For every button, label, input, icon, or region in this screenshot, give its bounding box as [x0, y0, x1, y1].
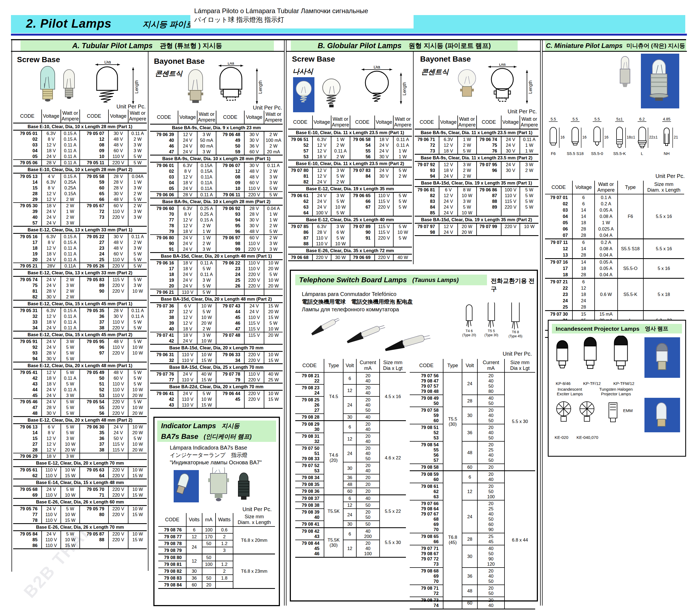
code-cell: 88 [477, 198, 501, 204]
code-cell: 82 [288, 179, 313, 185]
value-cell: 110 V [108, 257, 128, 263]
value-cell: 220 V [501, 204, 520, 210]
table-row: 79 06 516.3V1 W79 06 5818 V0.11 A [288, 136, 412, 142]
code-cell: 84 [350, 173, 375, 179]
value-cell: 220 V [108, 160, 128, 166]
bayonet-bulb-diagram: Dia Length [211, 62, 268, 108]
column-header: Watt or Ampere [520, 115, 538, 129]
value-cell: 6 [573, 279, 594, 285]
value-cell: 28 V [42, 288, 61, 294]
code-cell: 91 [350, 235, 375, 241]
a_bayonet-table-grid: CODEVoltageWatt or AmpereCODEVoltageWatt… [150, 111, 283, 409]
value-cell: 110 V [108, 393, 128, 399]
value-cell: 30 V [42, 294, 61, 300]
code-cell: 79 08 73 74 [410, 597, 443, 609]
value-cell: 30 V [501, 148, 520, 154]
column-header: Voltage [375, 115, 393, 129]
table-row: 7318 V5 W7630 V1 W [415, 148, 538, 154]
divider-b-c-2 [542, 39, 542, 606]
value-cell: 100 [202, 526, 216, 533]
value-cell: 6 [343, 495, 356, 502]
value-cell: 1 W [520, 148, 538, 154]
code-cell: 81 [288, 173, 313, 179]
value-cell: 12 V [178, 131, 197, 138]
value-cell: 0.15A [61, 191, 80, 197]
code-cell: 79 06 86 [477, 187, 501, 193]
column-header: Voltage [439, 115, 457, 129]
table-row: 79 05 7624 V5 W79 05 79220 V10 W [13, 506, 147, 512]
value-cell: 3 W [197, 277, 216, 283]
code-cell: 60 [80, 185, 108, 191]
value-cell: 0.08 A [595, 246, 618, 252]
value-cell: 110 V [108, 345, 128, 350]
table-row: 62110 V15 W64220 V15 W [13, 473, 147, 479]
value-cell: 5 W [393, 235, 412, 241]
value-cell [128, 294, 147, 300]
value-cell: 24 V [375, 148, 393, 154]
value-cell: 5 W [128, 263, 147, 269]
code-cell: 79 06 22 [216, 260, 244, 266]
code-cell: 25 [216, 277, 244, 283]
value-cell: 110 V [178, 357, 197, 364]
value-cell [108, 518, 128, 524]
table-row: 79 08 59 60T6.8 (45)620 406.8 x 44 [410, 471, 535, 483]
code-cell: 09 [80, 148, 108, 154]
value-cell: 24 V [244, 309, 264, 314]
value-cell: 10 W [520, 223, 538, 230]
value-cell: 220 V [244, 192, 264, 198]
value-cell: 0.15 A [197, 217, 216, 223]
exciter-label-2: KE-040,070 [577, 435, 598, 440]
indicator-unit: Unit Per Pc. [154, 506, 272, 512]
value-cell: 24 [343, 509, 356, 521]
section-b-header: B. Globular Pilot Lamps 원형 지시등 (파이로트 램프) [291, 41, 518, 51]
value-cell [128, 220, 147, 226]
value-cell: 20 W [128, 393, 147, 399]
code-cell: 67 [350, 204, 375, 210]
value-cell: 18 V [42, 148, 61, 154]
table-row: 79 06 68220 V30 W79 06 69220 V40 W [288, 254, 412, 261]
value-cell: 48 V [108, 245, 128, 251]
value-cell [128, 543, 147, 549]
value-cell: 2 W [393, 173, 412, 179]
value-cell: 6.3V [313, 223, 331, 230]
table-row: 79 07 856.3V3 W79 07 89115 V5 W [288, 223, 412, 230]
code-cell: 38 [80, 447, 108, 453]
table-row: 64100 V5 W [288, 210, 412, 216]
value-cell: 80 mA [197, 143, 216, 149]
value-cell: 5 W [458, 148, 477, 154]
value-cell: 36 V [244, 143, 264, 149]
b-screw-heading: Screw Base [292, 55, 335, 64]
code-cell: 79 07 78 [216, 371, 244, 377]
tel-type-label-3b: (Type 45) [509, 334, 522, 338]
value-cell: 220 V [108, 537, 128, 543]
value-cell: 1.2 [216, 561, 233, 568]
value-cell: 24 V [178, 185, 197, 192]
code-cell: 79 08 58 [410, 464, 443, 471]
value-cell [501, 173, 520, 180]
code-cell: 55 [80, 405, 108, 411]
table-row: 79 07 9212 V3 W79 07 9524 V3 W [415, 161, 538, 168]
value-cell: 220 V [108, 492, 128, 499]
value-cell: 20 40 [477, 471, 504, 483]
code-cell: 20 [13, 257, 42, 263]
value-cell: 2 W [128, 203, 147, 208]
group-title: Base E-10, Clear, Dia, 10 x Length 28 mm… [13, 123, 147, 130]
value-cell: 24 V [313, 198, 331, 204]
value-cell [202, 547, 216, 554]
value-cell: 3 W [128, 245, 147, 251]
value-cell: 12 V [178, 174, 197, 180]
value-cell: 3 W [61, 436, 80, 441]
section-a-header: A. Tubular Pilot Lamps 관형 (튜브형 ) 지시등 [21, 41, 274, 51]
code-cell: 79 06 81 [415, 187, 439, 193]
value-cell: 5 W [61, 486, 80, 492]
value-cell [108, 294, 128, 300]
table-row: 1824 V0.11 A24220 V5 W [150, 271, 283, 277]
value-cell: 14 [573, 213, 594, 220]
value-cell: S5.5-O [618, 259, 643, 279]
column-header: mA [202, 513, 216, 526]
diagram-type-label: NH [664, 151, 670, 156]
indicator-table-grid: CODEVoltsmAWattsSize mm Diam. x Length79… [158, 513, 275, 589]
value-cell: 6 [186, 526, 202, 533]
subtitle-line-2: パイロット球 指示燈泡 指示灯 [194, 15, 410, 24]
code-cell: 25 [545, 304, 573, 311]
